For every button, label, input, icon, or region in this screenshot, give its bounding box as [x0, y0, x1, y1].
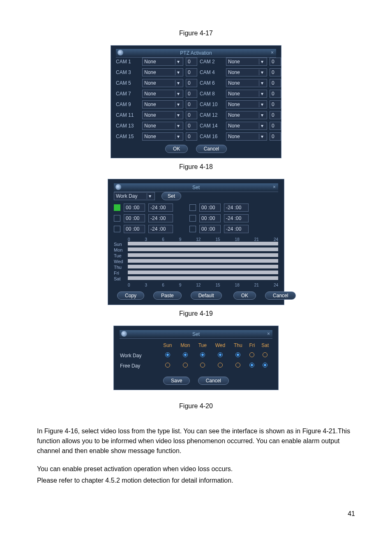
close-icon[interactable]: ×: [267, 331, 270, 337]
cam-preset-input[interactable]: 0: [270, 132, 281, 141]
cam-action-select[interactable]: None▾: [142, 122, 183, 130]
period-enable-checkbox[interactable]: [189, 215, 196, 222]
cam-preset-input[interactable]: 0: [186, 111, 197, 119]
day-label: Sat: [114, 276, 128, 281]
figure-caption: Figure 4-17: [37, 30, 355, 37]
chevron-down-icon: ▾: [175, 123, 181, 129]
default-button[interactable]: Default: [191, 291, 222, 300]
cam-action-select[interactable]: None▾: [226, 68, 267, 76]
cam-action-select[interactable]: None▾: [142, 58, 183, 66]
cam-action-select[interactable]: None▾: [226, 100, 267, 109]
cancel-button[interactable]: Cancel: [198, 377, 229, 385]
day-radio[interactable]: [249, 363, 254, 368]
body-text: In Figure 4-16, select video loss from t…: [37, 426, 355, 486]
cam-preset-input[interactable]: 0: [186, 90, 197, 98]
tick-label: 15: [215, 237, 220, 242]
day-radio[interactable]: [200, 352, 205, 357]
cam-preset-input[interactable]: 0: [186, 68, 197, 76]
cam-action-select[interactable]: None▾: [226, 79, 267, 87]
day-radio[interactable]: [218, 363, 223, 368]
cam-preset-input[interactable]: 0: [270, 68, 281, 76]
day-radio[interactable]: [165, 352, 170, 357]
day-radio[interactable]: [235, 363, 240, 368]
period-enable-checkbox[interactable]: [114, 226, 120, 232]
cam-preset-input[interactable]: 0: [186, 100, 197, 109]
cam-preset-input[interactable]: 0: [270, 111, 281, 119]
day-radio[interactable]: [165, 363, 170, 368]
start-time-input[interactable]: 00 :00: [124, 204, 145, 212]
cam-label: CAM 4: [200, 69, 224, 75]
cam-action-select[interactable]: None▾: [226, 132, 267, 141]
cam-preset-input[interactable]: 0: [270, 90, 281, 98]
cam-action-select[interactable]: None▾: [142, 90, 183, 98]
daytype-select[interactable]: Work Day ▾: [114, 192, 155, 200]
tick-label: 12: [196, 283, 201, 287]
cam-action-select[interactable]: None▾: [226, 90, 267, 98]
save-button[interactable]: Save: [163, 377, 190, 385]
start-time-input[interactable]: 00 :00: [124, 225, 145, 233]
day-label: Mon: [114, 247, 128, 252]
period-enable-checkbox[interactable]: [189, 226, 196, 232]
paste-button[interactable]: Paste: [153, 291, 182, 300]
ok-button[interactable]: OK: [233, 291, 256, 300]
end-time-input[interactable]: -24 :00: [148, 204, 173, 212]
cam-action-select[interactable]: None▾: [142, 68, 183, 76]
tick-label: 9: [179, 237, 182, 242]
day-radio[interactable]: [183, 352, 188, 357]
cam-preset-input[interactable]: 0: [186, 58, 197, 66]
period-enable-checkbox[interactable]: [189, 204, 196, 211]
row-label: Work Day: [120, 352, 159, 359]
day-radio[interactable]: [183, 363, 188, 368]
cam-label: CAM 10: [200, 102, 224, 107]
cam-preset-input[interactable]: 0: [186, 122, 197, 130]
cam-preset-input[interactable]: 0: [186, 132, 197, 141]
end-time-input[interactable]: -24 :00: [224, 204, 249, 212]
ok-button[interactable]: OK: [165, 145, 188, 153]
end-time-input[interactable]: -24 :00: [224, 225, 249, 233]
paragraph: You can enable preset activation operati…: [37, 464, 355, 474]
day-radio[interactable]: [263, 363, 267, 368]
chevron-down-icon: ▾: [259, 102, 265, 107]
cam-action-select[interactable]: None▾: [226, 122, 267, 130]
start-time-input[interactable]: 00 :00: [199, 214, 221, 222]
end-time-input[interactable]: -24 :00: [148, 225, 173, 233]
cam-action-select[interactable]: None▾: [142, 79, 183, 87]
cancel-button[interactable]: Cancel: [265, 291, 296, 300]
start-time-input[interactable]: 00 :00: [199, 204, 221, 212]
day-radio[interactable]: [218, 352, 223, 357]
cam-preset-input[interactable]: 0: [270, 79, 281, 87]
cam-label: CAM 16: [200, 134, 224, 139]
day-header: [120, 342, 159, 349]
end-time-input[interactable]: -24 :00: [224, 214, 249, 222]
chevron-down-icon: ▾: [259, 123, 265, 129]
tick-label: 0: [128, 237, 130, 242]
start-time-input[interactable]: 00 :00: [199, 225, 221, 233]
day-radio[interactable]: [235, 352, 240, 357]
day-radio[interactable]: [200, 363, 205, 368]
close-icon[interactable]: ×: [271, 50, 274, 56]
daytype-value: Work Day: [116, 193, 137, 199]
day-radio[interactable]: [249, 352, 254, 357]
cam-action-select[interactable]: None▾: [142, 132, 183, 141]
cam-label: CAM 5: [116, 80, 140, 86]
cam-action-select[interactable]: None▾: [226, 58, 267, 66]
cam-preset-input[interactable]: 0: [270, 58, 281, 66]
cancel-button[interactable]: Cancel: [196, 145, 227, 153]
start-time-input[interactable]: 00 :00: [124, 214, 145, 222]
set-button[interactable]: Set: [161, 192, 181, 200]
cam-preset-input[interactable]: 0: [270, 122, 281, 130]
page-number: 41: [37, 510, 355, 518]
cam-action-select[interactable]: None▾: [142, 111, 183, 119]
cam-label: CAM 15: [116, 134, 140, 139]
cam-preset-input[interactable]: 0: [270, 100, 281, 109]
cam-action-select[interactable]: None▾: [142, 100, 183, 109]
cam-action-select[interactable]: None▾: [226, 111, 267, 119]
day-schedule-bar: [128, 259, 278, 263]
period-enable-checkbox[interactable]: [114, 204, 120, 211]
cam-preset-input[interactable]: 0: [186, 79, 197, 87]
period-enable-checkbox[interactable]: [114, 215, 120, 222]
day-radio[interactable]: [263, 352, 267, 357]
close-icon[interactable]: ×: [273, 184, 276, 190]
end-time-input[interactable]: -24 :00: [148, 214, 173, 222]
copy-button[interactable]: Copy: [117, 291, 144, 300]
